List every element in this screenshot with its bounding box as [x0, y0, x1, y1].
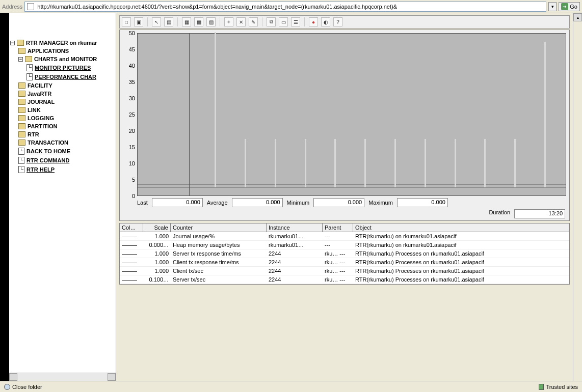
sidebar-item[interactable]: TRANSACTION	[18, 138, 115, 147]
tb-help-icon[interactable]: ?	[333, 17, 342, 26]
sidebar-subitem[interactable]: PERFORMANCE CHAR	[27, 72, 115, 81]
sidebar-item[interactable]: RTR	[18, 130, 115, 138]
y-tick: 25	[129, 111, 135, 118]
tb-view1-icon[interactable]: ▦	[182, 17, 191, 26]
td-object: RTR(rkumarku) Processes on rkumarku01.as…	[353, 249, 569, 258]
table-row[interactable]: 0.000…Heap memory usage/bytesrkumarku01……	[120, 241, 569, 249]
sidebar-item[interactable]: RTR HELP	[18, 165, 115, 174]
chart-panel: 05101520253035404550 Last 0.000 Average …	[119, 30, 570, 221]
tree-root[interactable]: − RTR MANAGER on rkumar	[10, 39, 115, 47]
folder-icon	[18, 139, 25, 146]
td-scale: 1.000	[143, 232, 171, 240]
td-instance: 2244	[267, 258, 323, 266]
sidebar-item[interactable]: BACK TO HOME	[18, 147, 115, 156]
tb-new-icon[interactable]: □	[122, 17, 131, 26]
scroll-left-button[interactable]	[9, 373, 17, 381]
th-instance[interactable]: Instance	[267, 223, 323, 232]
sidebar-item[interactable]: JavaRTR	[18, 90, 115, 98]
chart-plot[interactable]	[137, 33, 566, 196]
th-parent[interactable]: Parent	[323, 223, 353, 232]
td-instance: rkumarku01…	[267, 232, 323, 240]
avg-label: Average	[207, 200, 228, 206]
doc-icon	[27, 73, 33, 80]
th-scale[interactable]: Scale	[143, 223, 171, 232]
url-input[interactable]	[36, 3, 544, 10]
folder-icon	[18, 131, 25, 137]
url-dropdown-button[interactable]: ▾	[548, 2, 557, 11]
sidebar-item-label: APPLICATIONS	[28, 48, 69, 54]
doc-icon	[18, 148, 24, 155]
go-button[interactable]: ➜ Go	[559, 2, 580, 11]
sidebar-item[interactable]: FACILITY	[18, 81, 115, 90]
tb-view3-icon[interactable]: ▨	[206, 17, 216, 26]
table-row[interactable]: 1.000Journal usage/%rkumarku01…---RTR(rk…	[120, 232, 569, 241]
url-box[interactable]	[24, 2, 546, 12]
td-parent: rku… ---	[323, 258, 353, 266]
nav-tree: − RTR MANAGER on rkumar APPLICATIONS−CHA…	[9, 13, 116, 175]
tb-view2-icon[interactable]: ▩	[194, 17, 203, 26]
td-parent: ---	[323, 241, 353, 249]
sidebar-item[interactable]: APPLICATIONS	[18, 47, 115, 55]
address-label: Address	[2, 4, 22, 10]
td-color	[120, 241, 143, 249]
tb-paste-icon[interactable]: ▭	[279, 17, 288, 26]
sidebar-item-label: RTR HELP	[27, 166, 55, 173]
td-counter: Server tx/sec	[171, 275, 267, 284]
td-color	[120, 267, 143, 275]
spike	[245, 139, 246, 187]
sidebar-subitem[interactable]: MONITOR PICTURES	[27, 63, 115, 72]
go-label: Go	[570, 4, 577, 10]
table-row[interactable]: 1.000Server tx response time/ms2244rku… …	[120, 249, 569, 258]
td-scale: 1.000	[143, 267, 171, 275]
scroll-right-button[interactable]	[108, 373, 116, 381]
spike	[484, 139, 486, 187]
collapse-icon[interactable]: −	[18, 57, 23, 62]
right-vscroll[interactable]: ▴	[573, 13, 582, 381]
sidebar-item-label: PERFORMANCE CHAR	[35, 74, 96, 80]
sidebar-item-label: FACILITY	[28, 82, 52, 89]
th-color[interactable]: Col…	[120, 223, 143, 232]
sidebar-item-label: CHARTS and MONITOR	[34, 56, 97, 62]
counter-table: Col… Scale Counter Instance Parent Objec…	[119, 223, 570, 285]
tb-freeze-icon[interactable]: ●	[309, 17, 318, 26]
tb-open-icon[interactable]: ▣	[134, 17, 143, 26]
tb-add-icon[interactable]: ＋	[224, 17, 233, 26]
y-axis: 05101520253035404550	[123, 33, 137, 196]
td-scale: 1.000	[143, 258, 171, 266]
tb-update-icon[interactable]: ◐	[321, 17, 330, 26]
tb-copy-icon[interactable]: ⧉	[267, 17, 276, 26]
close-folder-label[interactable]: Close folder	[12, 384, 42, 390]
sidebar-item[interactable]: LINK	[18, 106, 115, 114]
sidebar-item[interactable]: PARTITION	[18, 122, 115, 130]
sidebar-item[interactable]: LOGGING	[18, 114, 115, 122]
last-value: 0.000	[152, 198, 203, 207]
tb-delete-icon[interactable]: ✕	[236, 17, 246, 26]
td-object: RTR(rkumarku) on rkumarku01.asiapacif	[353, 232, 569, 240]
sidebar-item[interactable]: RTR COMMAND	[18, 156, 115, 165]
sidebar-item-label: RTR	[28, 131, 39, 137]
table-row[interactable]: 1.000Client tx response time/ms2244rku… …	[120, 258, 569, 267]
td-color	[120, 232, 143, 240]
tb-pointer-icon[interactable]: ↖	[152, 17, 161, 26]
table-row[interactable]: 0.100…Server tx/sec2244rku… ---RTR(rkuma…	[120, 275, 569, 284]
sidebar-item[interactable]: JOURNAL	[18, 98, 115, 106]
sidebar-item-label: BACK TO HOME	[27, 148, 70, 154]
baseline-1	[138, 184, 566, 185]
tb-highlight-icon[interactable]: ✎	[249, 17, 258, 26]
tb-properties-icon[interactable]: ☰	[291, 17, 300, 26]
td-parent: ---	[323, 232, 353, 240]
sidebar-hscroll[interactable]	[9, 373, 116, 381]
sidebar-item-label: PARTITION	[28, 123, 57, 129]
th-counter[interactable]: Counter	[171, 223, 267, 232]
th-object[interactable]: Object	[353, 223, 569, 232]
td-color	[120, 275, 143, 284]
y-tick: 15	[129, 144, 135, 150]
td-parent: rku… ---	[323, 249, 353, 258]
spike	[394, 139, 396, 187]
tb-clipboard-icon[interactable]: ▤	[164, 17, 173, 26]
table-row[interactable]: 1.000Client tx/sec2244rku… ---RTR(rkumar…	[120, 267, 569, 275]
sidebar-item[interactable]: −CHARTS and MONITOR	[18, 55, 115, 63]
collapse-icon[interactable]: −	[10, 41, 15, 45]
left-black-strip	[0, 13, 9, 381]
scroll-up-button[interactable]: ▴	[573, 13, 582, 21]
